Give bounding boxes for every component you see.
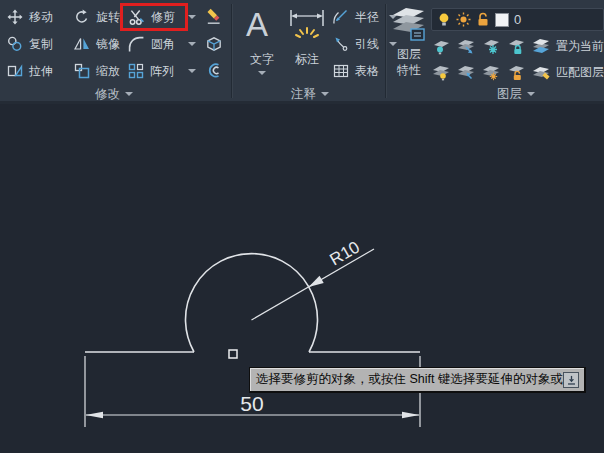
object-arc[interactable] <box>186 254 318 352</box>
panel-separator <box>231 4 232 98</box>
radius-button[interactable]: 半径 <box>333 4 379 30</box>
rotate-button[interactable]: 旋转 <box>74 4 120 30</box>
mirror-button[interactable]: 镜像 <box>74 31 120 57</box>
layer-thaw-icon <box>482 63 500 81</box>
tooltip-more-button[interactable] <box>563 372 579 388</box>
fillet-button[interactable]: 圆角 <box>128 31 175 57</box>
leader-icon <box>333 36 349 52</box>
layer-off-icon <box>432 37 450 55</box>
copy-label: 复制 <box>29 36 53 53</box>
leader-button[interactable]: 引线 <box>333 31 379 57</box>
layer-unlock-icon <box>507 63 525 81</box>
set-current-button[interactable]: 置为当前 <box>532 33 604 59</box>
down-arrow-icon <box>566 375 577 386</box>
ribbon: 移动 旋转 修剪 复制 镜像 圆角 <box>0 0 604 104</box>
table-button[interactable]: 表格 <box>333 58 379 84</box>
text-label: 文字 <box>243 51 281 68</box>
dim-arrow-right <box>402 412 420 418</box>
scale-button[interactable]: 缩放 <box>74 58 120 84</box>
stretch-button[interactable]: 拉伸 <box>7 58 53 84</box>
copy-button[interactable]: 复制 <box>7 31 53 57</box>
layer-stack-icon <box>390 3 428 45</box>
mtext-icon: A <box>246 8 268 42</box>
mirror-icon <box>74 36 90 52</box>
mirror-label: 镜像 <box>96 36 120 53</box>
layer-on-button[interactable] <box>432 59 450 85</box>
layer-properties-label-1: 图层 <box>390 46 428 63</box>
pickbox-cursor[interactable] <box>229 350 237 358</box>
array-label: 阵列 <box>150 63 174 80</box>
layers-panel-arrow <box>527 92 535 96</box>
move-button[interactable]: 移动 <box>7 4 53 30</box>
layer-properties-label-2: 特性 <box>390 62 428 79</box>
stretch-label: 拉伸 <box>29 63 53 80</box>
modify-panel-label: 修改 <box>95 86 120 103</box>
layer-freeze-button[interactable] <box>482 33 500 59</box>
annotate-panel-label: 注释 <box>291 86 316 103</box>
layer-on-icon <box>432 63 450 81</box>
width-dimension-text: 50 <box>240 392 263 415</box>
layer-lock-icon <box>507 37 525 55</box>
trim-label: 修剪 <box>151 9 175 26</box>
trim-dropdown-arrow[interactable] <box>188 15 196 19</box>
layer-select[interactable]: 0 <box>431 8 604 31</box>
eraser-pencil-icon <box>205 8 223 26</box>
layer-isolate-icon <box>457 37 475 55</box>
scissors-icon <box>128 9 145 26</box>
explode-button[interactable] <box>205 31 223 57</box>
layers-panel-footer[interactable]: 图层 <box>497 87 535 101</box>
layer-isolate-button[interactable] <box>457 33 475 59</box>
layer-thaw-button[interactable] <box>482 59 500 85</box>
dimension-button[interactable] <box>288 7 326 43</box>
copy-icon <box>7 36 23 52</box>
fillet-dropdown-arrow[interactable] <box>188 42 196 46</box>
annotate-panel-arrow <box>321 92 329 96</box>
layer-off-button[interactable] <box>432 33 450 59</box>
cube-icon <box>205 35 223 53</box>
layer-unlock-button[interactable] <box>507 59 525 85</box>
radius-icon <box>333 9 349 25</box>
layer-lock-button[interactable] <box>507 33 525 59</box>
leader-label: 引线 <box>355 36 379 53</box>
text-button[interactable]: A <box>246 5 268 45</box>
set-current-label: 置为当前 <box>556 38 604 55</box>
move-icon <box>7 9 23 25</box>
dimension-icon <box>288 8 326 42</box>
layer-unisolate-icon <box>457 63 475 81</box>
radius-label: 半径 <box>355 9 379 26</box>
command-tooltip-text: 选择要修剪的对象，或按住 Shift 键选择要延伸的对象或 <box>256 371 563 388</box>
table-icon <box>333 63 349 79</box>
array-icon <box>128 63 144 79</box>
annotate-panel-footer[interactable]: 注释 <box>291 87 329 101</box>
match-layer-button[interactable]: 匹配图层 <box>532 59 604 85</box>
array-button[interactable]: 阵列 <box>128 58 174 84</box>
dimension-label: 标注 <box>288 51 326 68</box>
table-label: 表格 <box>355 63 379 80</box>
panel-separator <box>385 4 386 98</box>
dim-arrow-left <box>86 412 104 418</box>
array-dropdown-arrow[interactable] <box>188 69 196 73</box>
fillet-label: 圆角 <box>151 36 175 53</box>
concentric-curves-icon <box>205 62 223 80</box>
command-tooltip: 选择要修剪的对象，或按住 Shift 键选择要延伸的对象或 <box>249 367 586 393</box>
stretch-icon <box>7 63 23 79</box>
drawing-area[interactable]: 50 R10 <box>0 104 604 453</box>
lightbulb-icon <box>437 12 451 27</box>
rotate-label: 旋转 <box>96 9 120 26</box>
text-dropdown-arrow[interactable] <box>258 71 266 75</box>
modify-panel-footer[interactable]: 修改 <box>95 87 133 101</box>
scale-label: 缩放 <box>96 63 120 80</box>
fillet-icon <box>128 36 145 53</box>
layers-panel-label: 图层 <box>497 86 522 103</box>
layer-properties-button[interactable] <box>390 3 428 45</box>
radius-dimension-text: R10 <box>327 237 364 269</box>
move-label: 移动 <box>29 9 53 26</box>
trim-button[interactable]: 修剪 <box>128 4 175 30</box>
layer-unisolate-button[interactable] <box>457 59 475 85</box>
offset-button[interactable] <box>205 58 223 84</box>
erase-button[interactable] <box>205 4 223 30</box>
drawing: 50 R10 <box>0 104 604 453</box>
modify-panel-arrow <box>125 92 133 96</box>
layer-freeze-icon <box>482 37 500 55</box>
radius-arrow <box>309 276 324 287</box>
